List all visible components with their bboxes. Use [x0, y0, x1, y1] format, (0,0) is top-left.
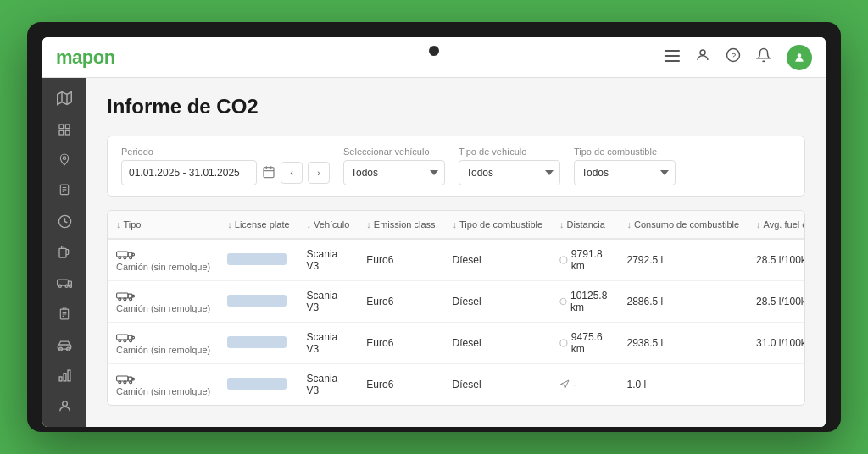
distance-icon [559, 255, 568, 265]
col-tipo[interactable]: ↓Tipo [108, 211, 219, 239]
col-consumo[interactable]: ↓Consumo de combustible [618, 211, 748, 239]
sidebar-item-document[interactable] [46, 177, 83, 204]
svg-point-55 [130, 298, 132, 301]
fuel-type-group: Tipo de combustible Todos [574, 147, 676, 185]
svg-rect-52 [132, 295, 134, 296]
svg-point-68 [124, 381, 126, 384]
cell-license-plate [219, 364, 298, 406]
svg-rect-13 [65, 130, 70, 135]
svg-point-69 [130, 381, 132, 384]
svg-rect-64 [117, 376, 128, 381]
sidebar-item-user[interactable] [46, 393, 83, 420]
next-period-button[interactable]: › [308, 162, 330, 184]
sidebar [42, 78, 86, 427]
cell-fuel-type: Díesel [444, 281, 552, 323]
sidebar-item-car[interactable] [46, 331, 83, 358]
svg-point-67 [119, 381, 121, 384]
menu-icon[interactable] [665, 48, 680, 66]
svg-rect-35 [59, 377, 62, 381]
svg-point-53 [119, 298, 121, 301]
svg-point-47 [124, 257, 126, 259]
svg-rect-2 [665, 60, 680, 62]
sidebar-item-transport[interactable] [46, 269, 83, 296]
fuel-type-select[interactable]: Todos [574, 160, 676, 185]
sidebar-item-clock[interactable] [46, 208, 83, 235]
sidebar-item-map[interactable] [46, 85, 83, 112]
cell-tipo: Camión (sin remolque) [108, 281, 219, 323]
svg-point-3 [700, 50, 705, 55]
svg-point-25 [58, 285, 61, 288]
col-license-plate[interactable]: ↓License plate [219, 211, 298, 239]
svg-point-60 [119, 340, 121, 342]
cell-distancia: 9475.6 km [551, 323, 618, 364]
help-icon[interactable]: ? [726, 47, 741, 67]
calendar-icon[interactable] [262, 165, 275, 181]
col-emission-class[interactable]: ↓Emission class [358, 211, 443, 239]
sidebar-item-location[interactable] [46, 147, 83, 174]
cell-emission-class: Euro6 [358, 364, 443, 406]
vehicle-type-group: Tipo de vehículo Todos [459, 147, 560, 185]
cell-license-plate [219, 239, 298, 281]
svg-point-61 [124, 340, 126, 342]
svg-point-26 [65, 285, 68, 288]
sidebar-item-fuel[interactable] [46, 239, 83, 266]
nav-icon [559, 379, 570, 390]
license-plate-value [227, 336, 287, 348]
svg-rect-0 [665, 50, 680, 52]
user-avatar[interactable] [787, 45, 812, 70]
vehicle-select[interactable]: Todos [343, 160, 445, 185]
fuel-type-label: Tipo de combustible [574, 147, 676, 157]
prev-period-button[interactable]: ‹ [281, 162, 303, 184]
cell-consumo: 1.0 l [618, 364, 748, 406]
svg-text:?: ? [732, 51, 737, 60]
filter-bar: Periodo ‹ › Seleccionar vehículo [107, 136, 805, 197]
period-control: ‹ › [121, 160, 330, 185]
svg-rect-10 [59, 125, 64, 129]
sidebar-item-analytics[interactable] [46, 362, 83, 389]
cell-vehiculo: Scania V3 [298, 281, 359, 323]
sidebar-item-grid[interactable] [46, 115, 83, 142]
svg-rect-20 [59, 248, 66, 257]
period-input[interactable] [121, 160, 257, 185]
cell-consumo: 2792.5 l [618, 239, 748, 281]
svg-marker-7 [58, 92, 72, 105]
cell-avg-fuel: 28.5 l/100km [748, 281, 805, 323]
cell-avg-fuel: 28.5 l/100km [748, 239, 805, 281]
app-logo: mapon [56, 47, 115, 69]
cell-emission-class: Euro6 [358, 323, 443, 364]
svg-rect-57 [117, 335, 128, 340]
svg-marker-70 [561, 380, 570, 389]
col-avg-fuel[interactable]: ↓Avg. fuel cons. [748, 211, 805, 239]
col-distancia[interactable]: ↓Distancia [551, 211, 618, 239]
cell-tipo: Camión (sin remolque) [108, 323, 219, 364]
distance-icon [559, 338, 568, 348]
sidebar-item-clipboard[interactable] [46, 301, 83, 328]
data-table: ↓Tipo ↓License plate ↓Vehículo ↓Emission… [107, 210, 805, 406]
cell-fuel-type: Díesel [444, 239, 552, 281]
cell-consumo: 2886.5 l [618, 281, 748, 323]
svg-point-48 [130, 257, 132, 259]
svg-rect-37 [68, 370, 70, 381]
svg-rect-59 [132, 336, 134, 338]
cell-license-plate [219, 323, 298, 364]
svg-rect-32 [58, 345, 70, 349]
person-icon[interactable] [695, 47, 710, 67]
svg-rect-12 [59, 130, 64, 135]
cell-avg-fuel: 31.0 l/100km [748, 323, 805, 364]
svg-rect-50 [117, 293, 128, 298]
col-vehiculo[interactable]: ↓Vehículo [298, 211, 359, 239]
cell-emission-class: Euro6 [358, 281, 443, 323]
col-fuel-type[interactable]: ↓Tipo de combustible [444, 211, 552, 239]
svg-rect-1 [665, 55, 680, 57]
main-layout: Informe de CO2 Periodo ‹ › [42, 78, 826, 427]
table-header-row: ↓Tipo ↓License plate ↓Vehículo ↓Emission… [108, 211, 805, 239]
table-row: Camión (sin remolque) Scania V3Euro6Díes… [108, 239, 805, 281]
vehicle-type-select[interactable]: Todos [459, 160, 560, 185]
cell-vehiculo: Scania V3 [298, 239, 359, 281]
cell-distancia: 9791.8 km [551, 239, 618, 281]
table-row: Camión (sin remolque) Scania V3Euro6Díes… [108, 323, 805, 364]
cell-distancia: - [551, 364, 618, 406]
cell-vehiculo: Scania V3 [298, 364, 359, 406]
bell-icon[interactable] [756, 47, 771, 67]
cell-emission-class: Euro6 [358, 239, 443, 281]
